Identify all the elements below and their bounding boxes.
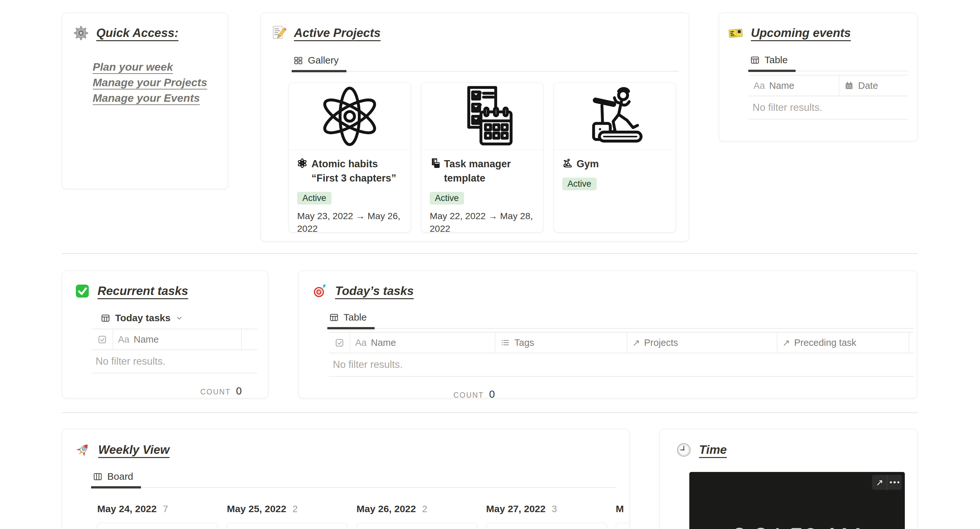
link-plan-your-week[interactable]: Plan your week	[93, 59, 173, 75]
board-column: May 25, 2022 2 Morning routine	[227, 504, 347, 529]
column-header-projects[interactable]: ↗ Projects	[627, 333, 777, 353]
weekly-view-title[interactable]: Weekly View	[98, 443, 170, 457]
quick-access-panel: Quick Access: Plan your week Manage your…	[62, 13, 228, 189]
open-external-button[interactable]: ↗	[872, 475, 887, 490]
embed-controls: ↗	[872, 475, 902, 490]
project-card-atomic-habits[interactable]: Atomic habits “First 3 chapters” Active …	[288, 82, 411, 233]
tab-table-label: Table	[765, 54, 788, 65]
checkbox-icon	[334, 338, 345, 348]
chevron-down-icon	[175, 314, 183, 322]
relation-arrow-icon: ↗	[782, 338, 790, 348]
text-type-icon: Aa	[754, 80, 765, 91]
column-header-checkbox[interactable]	[329, 333, 350, 353]
column-header-checkbox[interactable]	[92, 329, 113, 349]
view-switcher-today-tasks[interactable]: Today tasks	[100, 312, 268, 323]
board-card-morning-routine[interactable]: Morning routine	[97, 523, 218, 529]
column-header-name[interactable]: Aa Name	[350, 333, 495, 353]
ticket-icon	[728, 25, 743, 41]
status-badge: Active	[297, 192, 331, 204]
column-header-tags[interactable]: Tags	[495, 333, 627, 353]
board-card-partial[interactable]	[616, 523, 630, 529]
table-header-row: Aa Name	[749, 75, 908, 96]
board-card-morning-routine[interactable]: Morning routine	[356, 523, 477, 529]
count-value: 0	[489, 388, 495, 400]
no-filter-results: No filter results.	[329, 353, 913, 377]
column-header-name[interactable]: Aa Name	[749, 75, 839, 96]
board-column-count: 7	[163, 504, 168, 515]
recurrent-tasks-header: Recurrent tasks	[75, 283, 268, 299]
todays-tasks-title[interactable]: Today’s tasks	[335, 284, 414, 298]
column-sliver	[241, 329, 257, 349]
column-sliver	[909, 333, 919, 353]
todays-tasks-header: Today’s tasks	[312, 283, 917, 299]
board-column-label[interactable]: May 24, 2022	[97, 504, 156, 515]
column-header-date[interactable]: Date	[839, 75, 908, 96]
tab-board[interactable]: Board	[93, 471, 133, 487]
clock-icon	[676, 442, 692, 458]
tab-gallery-label: Gallery	[308, 55, 339, 66]
board-column-label[interactable]: M	[616, 504, 624, 515]
todays-tasks-table: Aa Name	[329, 332, 913, 377]
target-icon	[312, 283, 328, 299]
board-column-label[interactable]: May 25, 2022	[227, 504, 286, 515]
active-projects-title[interactable]: Active Projects	[294, 26, 380, 40]
link-manage-your-events[interactable]: Manage your Events	[93, 90, 200, 106]
weekly-view-tabbar: Board	[93, 471, 616, 488]
active-projects-header: Active Projects	[271, 25, 689, 41]
gallery-cards: Atomic habits “First 3 chapters” Active …	[288, 82, 689, 233]
project-card-task-manager[interactable]: Task manager template Active May 22, 202…	[421, 82, 544, 233]
tab-table[interactable]: Table	[750, 54, 788, 71]
more-icon	[890, 481, 900, 484]
relation-arrow-icon: ↗	[632, 338, 640, 348]
status-badge: Active	[430, 192, 464, 204]
gear-icon	[73, 25, 89, 41]
count-row[interactable]: COUNT 0	[329, 388, 495, 400]
check-mark-icon	[75, 283, 90, 299]
time-embed[interactable]: ↗ 2:24:50 AM	[689, 472, 905, 529]
link-manage-your-projects[interactable]: Manage your Projects	[93, 75, 207, 90]
table-icon	[750, 55, 760, 65]
column-header-preceding-task[interactable]: ↗ Preceding task	[777, 333, 909, 353]
middle-row: Recurrent tasks Today tasks	[62, 271, 918, 398]
upcoming-events-title[interactable]: Upcoming events	[751, 26, 851, 40]
more-options-button[interactable]	[887, 475, 902, 490]
time-title[interactable]: Time	[699, 443, 727, 457]
time-panel: Time ↗ 2:24:50 AM	[660, 429, 918, 529]
board-column: May 24, 2022 7 Morning routine	[97, 504, 218, 529]
column-header-name[interactable]: Aa Name	[113, 329, 241, 349]
top-row: Quick Access: Plan your week Manage your…	[62, 13, 918, 242]
card-title: Task manager template	[444, 157, 535, 185]
board-column: May 26, 2022 2 Morning routine	[356, 504, 477, 529]
recurrent-tasks-table: Aa Name No filter results.	[92, 329, 257, 373]
board-column-count: 2	[422, 504, 427, 515]
bottom-row: Weekly View Board May 24, 2022	[62, 429, 918, 529]
project-card-gym[interactable]: Gym Active	[554, 82, 676, 233]
checklist-calendar-line-art	[421, 83, 543, 150]
treadmill-runner-line-art	[554, 83, 676, 150]
table-icon	[329, 312, 339, 322]
board-column-label[interactable]: May 26, 2022	[356, 504, 416, 515]
status-badge: Active	[562, 178, 597, 190]
board-card-morning-routine[interactable]: Morning routine	[486, 523, 607, 529]
card-title: Atomic habits “First 3 chapters”	[312, 157, 402, 185]
recurrent-tasks-title[interactable]: Recurrent tasks	[97, 284, 188, 298]
count-row[interactable]: COUNT 0	[92, 385, 242, 397]
table-header-row: Aa Name	[92, 329, 257, 350]
board-column-label[interactable]: May 27, 2022	[486, 504, 546, 515]
count-label: COUNT	[453, 391, 484, 400]
card-dates: May 23, 2022 → May 26, 2022	[297, 210, 402, 233]
tab-gallery[interactable]: Gallery	[293, 55, 339, 71]
table-header-row: Aa Name	[329, 333, 913, 353]
board-card-morning-routine[interactable]: Morning routine	[227, 523, 347, 529]
quick-access-title[interactable]: Quick Access:	[96, 26, 178, 40]
rocket-icon	[75, 442, 91, 458]
tab-table[interactable]: Table	[329, 312, 367, 328]
view-switcher-label: Today tasks	[115, 312, 170, 323]
active-projects-tabbar: Gallery	[293, 55, 679, 72]
page-divider	[62, 253, 918, 254]
notion-dashboard-page: Quick Access: Plan your week Manage your…	[0, 0, 980, 529]
todays-tasks-tabbar: Table	[329, 312, 913, 329]
count-label: COUNT	[200, 388, 231, 397]
calendar-icon	[844, 81, 854, 91]
bulleted-list-icon	[500, 338, 510, 347]
